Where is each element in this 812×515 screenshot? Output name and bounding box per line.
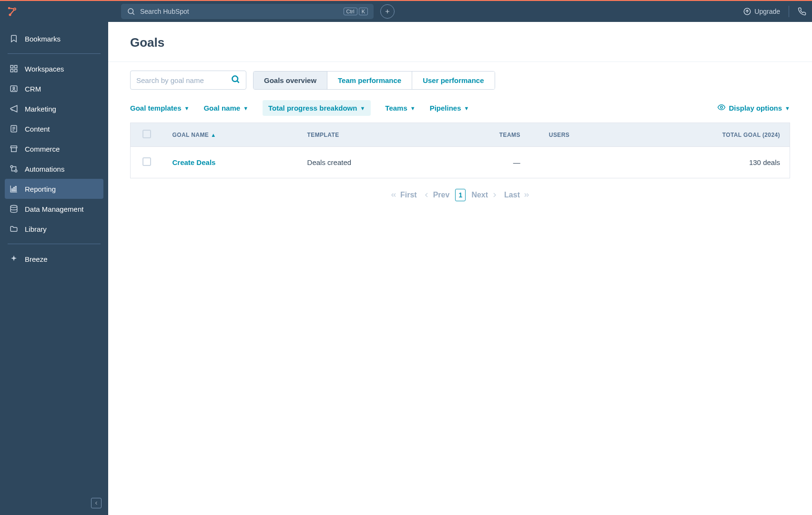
svg-point-19: [232, 76, 238, 82]
sidebar-item-label: Workspaces: [25, 65, 64, 73]
sidebar-item-bookmarks[interactable]: Bookmarks: [5, 29, 103, 49]
grid-icon: [10, 64, 18, 73]
phone-icon[interactable]: [798, 7, 806, 16]
sidebar-item-label: Library: [25, 225, 47, 233]
svg-rect-17: [15, 186, 16, 191]
page-number[interactable]: 1: [455, 189, 466, 201]
cell-total: 130 deals: [625, 147, 790, 178]
svg-rect-8: [15, 70, 17, 72]
svg-rect-15: [12, 189, 13, 191]
sidebar-item-data-management[interactable]: Data Management: [5, 199, 103, 219]
filter-total-progress-breakdown[interactable]: Total progress breakdown▼: [263, 100, 371, 116]
tab-user-performance[interactable]: User performance: [412, 72, 494, 89]
upgrade-button[interactable]: Upgrade: [743, 7, 780, 16]
chevrons-left-icon: [390, 191, 397, 199]
chevron-right-icon: [491, 191, 498, 199]
sidebar-item-label: Commerce: [25, 145, 60, 153]
sidebar-item-crm[interactable]: CRM: [5, 79, 103, 99]
col-checkbox: [131, 123, 163, 147]
row-checkbox[interactable]: [142, 157, 151, 166]
goal-link[interactable]: Create Deals: [173, 158, 216, 166]
sidebar-item-content[interactable]: Content: [5, 119, 103, 139]
cell-template: Deals created: [298, 147, 433, 178]
upgrade-label: Upgrade: [754, 8, 780, 15]
eye-icon: [717, 103, 726, 113]
goal-search[interactable]: [130, 71, 246, 90]
controls-row: Goals overview Team performance User per…: [108, 62, 812, 90]
filter-pipelines[interactable]: Pipelines▼: [430, 104, 469, 112]
svg-rect-9: [10, 70, 13, 72]
chevron-down-icon: ▼: [243, 105, 248, 111]
hubspot-logo-icon[interactable]: [6, 5, 19, 18]
sidebar-item-library[interactable]: Library: [5, 219, 103, 239]
page-first[interactable]: First: [390, 191, 417, 199]
automation-icon: [10, 165, 18, 173]
document-icon: [10, 124, 18, 133]
goal-search-input[interactable]: [136, 76, 231, 84]
svg-point-20: [721, 106, 723, 109]
col-goal-name[interactable]: GOAL NAME▲: [163, 123, 298, 147]
filter-goal-name[interactable]: Goal name▼: [203, 104, 248, 112]
sidebar-item-workspaces[interactable]: Workspaces: [5, 59, 103, 79]
divider: [8, 244, 101, 244]
svg-point-13: [10, 165, 13, 168]
global-search-input[interactable]: [140, 8, 339, 15]
filters-row: Goal templates▼ Goal name▼ Total progres…: [108, 90, 812, 123]
col-users[interactable]: USERS: [539, 123, 625, 147]
pagination: First Prev 1 Next Last: [130, 178, 790, 212]
upgrade-icon: [743, 7, 751, 16]
svg-point-11: [13, 87, 15, 89]
create-button[interactable]: [380, 4, 395, 19]
sidebar-item-label: Content: [25, 125, 50, 133]
filter-teams[interactable]: Teams▼: [385, 104, 415, 112]
sidebar-item-label: Marketing: [25, 105, 56, 113]
divider: [789, 6, 789, 17]
store-icon: [10, 144, 18, 153]
svg-point-3: [14, 9, 16, 10]
chevron-down-icon: ▼: [410, 105, 416, 111]
shortcut-hint: CtrlK: [344, 8, 368, 15]
global-search[interactable]: CtrlK: [121, 4, 374, 19]
sidebar-item-commerce[interactable]: Commerce: [5, 139, 103, 159]
top-right-actions: Upgrade: [743, 6, 806, 17]
filter-goal-templates[interactable]: Goal templates▼: [130, 104, 189, 112]
sidebar-item-marketing[interactable]: Marketing: [5, 99, 103, 119]
sidebar-item-breeze[interactable]: Breeze: [5, 249, 103, 269]
col-template[interactable]: TEMPLATE: [298, 123, 433, 147]
tab-goals-overview[interactable]: Goals overview: [254, 72, 327, 89]
svg-rect-6: [10, 65, 13, 68]
chevron-down-icon: ▼: [360, 105, 365, 111]
search-icon: [231, 74, 240, 86]
chevrons-right-icon: [523, 191, 530, 199]
contact-icon: [10, 84, 18, 93]
sidebar-item-label: Bookmarks: [25, 35, 61, 43]
table-row: Create Deals Deals created — 130 deals: [131, 147, 790, 178]
search-icon: [127, 7, 135, 16]
tab-team-performance[interactable]: Team performance: [327, 72, 412, 89]
col-total-goal[interactable]: TOTAL GOAL (2024): [625, 123, 790, 147]
sidebar-item-reporting[interactable]: Reporting: [5, 179, 103, 199]
sort-asc-icon: ▲: [211, 132, 216, 138]
svg-rect-7: [15, 65, 17, 68]
page-prev[interactable]: Prev: [423, 191, 450, 199]
sidebar-item-label: Data Management: [25, 205, 83, 213]
cell-teams: —: [433, 147, 539, 178]
main-content: Goals Goals overview Team performance Us…: [108, 22, 812, 515]
folder-icon: [10, 225, 18, 233]
page-title: Goals: [130, 35, 790, 50]
collapse-sidebar-button[interactable]: [91, 498, 102, 508]
page-next[interactable]: Next: [471, 191, 498, 199]
page-last[interactable]: Last: [504, 191, 530, 199]
svg-point-14: [15, 170, 17, 172]
display-options[interactable]: Display options▼: [717, 103, 790, 113]
sidebar-item-label: Automations: [25, 165, 64, 173]
sidebar-item-label: Reporting: [25, 185, 56, 193]
col-teams[interactable]: TEAMS: [433, 123, 539, 147]
megaphone-icon: [10, 104, 18, 113]
view-tabs: Goals overview Team performance User per…: [253, 71, 495, 90]
sidebar-item-automations[interactable]: Automations: [5, 159, 103, 179]
select-all-checkbox[interactable]: [142, 130, 151, 138]
sidebar-item-label: CRM: [25, 85, 41, 93]
goals-table: GOAL NAME▲ TEMPLATE TEAMS USERS TOTAL GO…: [130, 123, 790, 178]
chart-icon: [10, 185, 18, 193]
